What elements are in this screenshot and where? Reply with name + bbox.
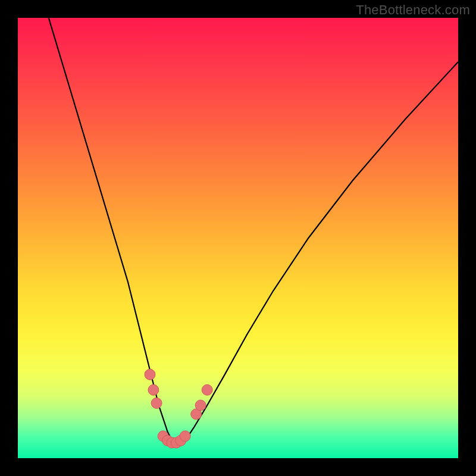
curve-marker bbox=[151, 398, 162, 409]
curve-marker bbox=[145, 369, 155, 380]
curve-marker bbox=[148, 384, 159, 395]
chart-frame: TheBottleneck.com bbox=[0, 0, 476, 476]
watermark-text: TheBottleneck.com bbox=[356, 2, 470, 18]
curve-marker bbox=[195, 400, 206, 411]
curve-marker bbox=[202, 384, 212, 395]
curve-marker bbox=[180, 431, 190, 441]
bottleneck-curve bbox=[49, 18, 458, 445]
curve-markers bbox=[145, 369, 212, 448]
plot-area bbox=[18, 18, 458, 458]
curve-layer bbox=[18, 18, 458, 458]
